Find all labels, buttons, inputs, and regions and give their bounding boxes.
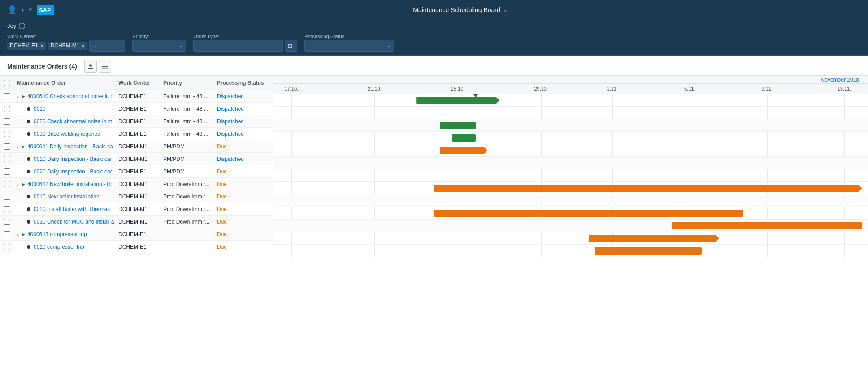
gantt-bar bbox=[595, 247, 702, 255]
back-icon[interactable]: ‹ bbox=[22, 6, 24, 14]
table-row: ⌄ ► 4000642 New boiler installation - R:… bbox=[0, 178, 273, 190]
date-label-7: 9.11. bbox=[761, 86, 772, 91]
info-icon: i bbox=[19, 23, 25, 29]
column-headers: Maintenance Order Work Center Priority P… bbox=[0, 76, 273, 90]
home-icon[interactable]: ⌂ bbox=[28, 6, 33, 14]
processing-status-select[interactable]: ⌄ bbox=[304, 40, 394, 52]
remove-tag-1[interactable]: ✕ bbox=[40, 43, 43, 48]
svg-rect-3 bbox=[102, 65, 108, 65]
svg-rect-5 bbox=[102, 68, 108, 69]
select-all-checkbox[interactable] bbox=[4, 80, 10, 86]
mo-link[interactable]: 0020 Check abnormal noise in m bbox=[34, 118, 112, 125]
date-label-1: 17.10. bbox=[284, 86, 298, 91]
row-checkbox[interactable] bbox=[4, 219, 10, 225]
work-center-tag-1[interactable]: DCHEM-E1 ✕ bbox=[7, 42, 46, 50]
work-center-filter: Work Center: DCHEM-E1 ✕ DCHEM-M1 ✕ ⌄ bbox=[7, 34, 125, 52]
date-label-6: 5.11. bbox=[684, 86, 695, 91]
date-label-5: 1.11. bbox=[607, 86, 618, 91]
mo-link[interactable]: 0010 bbox=[34, 106, 46, 112]
table-row: 0010 DCHEM-E1 Failure Imm - 48 ... Dispa… bbox=[0, 103, 273, 115]
mo-link[interactable]: 0010 compressor trip bbox=[34, 244, 84, 250]
svg-rect-2 bbox=[88, 68, 93, 69]
group-arrow-icon: ► bbox=[21, 144, 26, 149]
export-button[interactable] bbox=[84, 60, 97, 73]
status-badge: Dispatched bbox=[217, 106, 244, 112]
row-checkbox[interactable] bbox=[4, 143, 10, 150]
settings-button[interactable] bbox=[99, 60, 111, 73]
priority-cell: PM/PDM bbox=[161, 143, 214, 150]
group-arrow-icon: ► bbox=[21, 181, 26, 187]
gantt-body bbox=[273, 94, 868, 257]
gantt-bar bbox=[672, 222, 862, 229]
table-section: Maintenance Order Work Center Priority P… bbox=[0, 76, 273, 384]
month-label: November 2018 bbox=[821, 77, 859, 83]
table-row: 0010 New boiler installation DCHEM-M1 Pr… bbox=[0, 190, 273, 203]
status-badge: Due bbox=[217, 231, 227, 237]
mo-link[interactable]: 0010 New boiler installation bbox=[34, 194, 100, 200]
priority-cell: Failure Imm - 48 ... bbox=[161, 93, 214, 99]
collapse-icon[interactable]: ⌄ bbox=[16, 94, 20, 99]
mo-link[interactable]: 4000642 New boiler installation - R: bbox=[27, 181, 112, 187]
mo-link[interactable]: 4000641 Daily Inspection - Basic ca bbox=[27, 143, 113, 150]
collapse-icon[interactable]: ⌄ bbox=[16, 144, 20, 149]
mo-link[interactable]: 0010 Daily Inspection - Basic car bbox=[34, 156, 112, 162]
bullet-icon bbox=[27, 195, 30, 198]
bullet-icon bbox=[27, 157, 30, 161]
row-checkbox[interactable] bbox=[4, 194, 10, 200]
table-row: ⌄ ► 4000641 Daily Inspection - Basic ca … bbox=[0, 140, 273, 153]
mo-link[interactable]: 4000643 compressor trip bbox=[27, 231, 87, 237]
row-checkbox[interactable] bbox=[4, 206, 10, 212]
work-center-select[interactable]: ⌄ bbox=[89, 40, 125, 52]
mo-link[interactable]: 0020 Daily Inspection - Basic car bbox=[34, 168, 112, 175]
username: Jey bbox=[7, 22, 16, 29]
row-checkbox[interactable] bbox=[4, 181, 10, 187]
collapse-icon[interactable]: ⌄ bbox=[16, 181, 20, 186]
date-label-3: 25.10. bbox=[451, 86, 465, 91]
row-checkbox[interactable] bbox=[4, 131, 10, 137]
work-center-cell: DCHEM-M1 bbox=[116, 181, 161, 187]
bullet-icon bbox=[27, 132, 30, 136]
row-checkbox[interactable] bbox=[4, 231, 10, 237]
group-arrow-icon: ► bbox=[21, 94, 26, 99]
work-center-tag-2[interactable]: DCHEM-M1 ✕ bbox=[48, 42, 88, 50]
row-checkbox[interactable] bbox=[4, 106, 10, 112]
gantt-bar bbox=[589, 235, 720, 242]
collapse-icon[interactable]: ⌄ bbox=[16, 232, 20, 237]
filter-row: Work Center: DCHEM-E1 ✕ DCHEM-M1 ✕ ⌄ Pri… bbox=[7, 31, 861, 55]
svg-text:SAP: SAP bbox=[39, 7, 51, 13]
status-badge: Due bbox=[217, 244, 227, 250]
row-checkbox[interactable] bbox=[4, 93, 10, 99]
priority-select[interactable]: ⌄ bbox=[132, 40, 186, 52]
bullet-icon bbox=[27, 207, 30, 211]
priority-cell: Failure Imm - 48 ... bbox=[161, 131, 214, 137]
row-checkbox[interactable] bbox=[4, 244, 10, 250]
mo-link[interactable]: 0030 Base welding required bbox=[34, 131, 100, 137]
bullet-icon bbox=[27, 107, 30, 111]
order-type-icon-btn[interactable]: ◻ bbox=[285, 40, 297, 52]
priority-cell: Failure Imm - 48 ... bbox=[161, 118, 214, 125]
bullet-icon bbox=[27, 120, 30, 123]
row-checkbox[interactable] bbox=[4, 156, 10, 162]
date-label-8: 13.11. bbox=[838, 86, 851, 91]
app-title-area: Maintenance Scheduling Board ⌄ bbox=[60, 6, 861, 13]
bullet-icon bbox=[27, 220, 30, 224]
status-badge: Due bbox=[217, 194, 227, 200]
work-center-cell: DCHEM-E1 bbox=[116, 168, 161, 175]
row-checkbox[interactable] bbox=[4, 118, 10, 125]
row-checkbox[interactable] bbox=[4, 168, 10, 175]
mo-link[interactable]: 4000640 Check abnormal noise in n bbox=[27, 93, 113, 99]
chevron-down-icon[interactable]: ⌄ bbox=[503, 7, 508, 13]
mo-link[interactable]: 0020 Install Boiler with Thermax bbox=[34, 206, 110, 212]
gantt-bar bbox=[452, 134, 476, 142]
gantt-bar bbox=[440, 122, 476, 129]
gantt-row bbox=[273, 107, 868, 119]
order-type-select[interactable] bbox=[193, 40, 283, 52]
gantt-bar bbox=[434, 210, 743, 217]
work-center-cell: DCHEM-M1 bbox=[116, 143, 161, 150]
table-row: 0030 Check for MCC and install a DCHEM-M… bbox=[0, 216, 273, 228]
mo-link[interactable]: 0030 Check for MCC and install a bbox=[34, 219, 114, 225]
user-icon[interactable]: 👤 bbox=[7, 5, 17, 15]
gantt-bar bbox=[440, 147, 487, 154]
remove-tag-2[interactable]: ✕ bbox=[81, 43, 85, 48]
status-badge: Due bbox=[217, 181, 227, 187]
